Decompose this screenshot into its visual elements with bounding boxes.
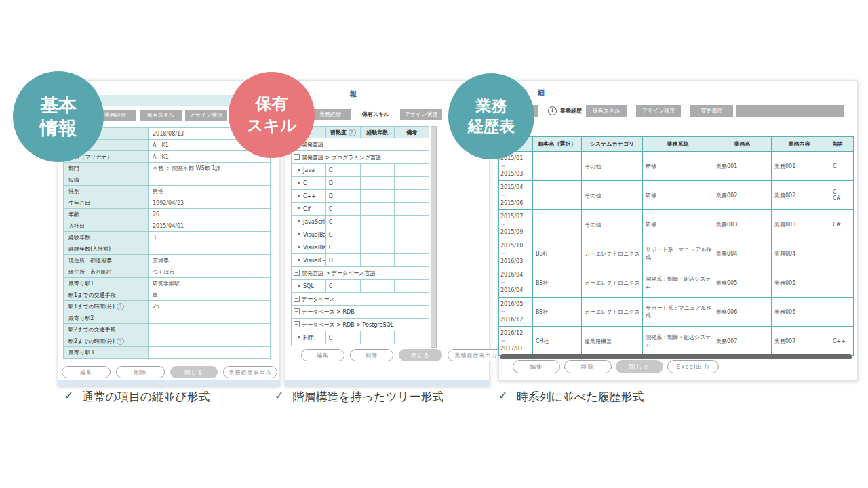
language-cell: C (827, 152, 848, 181)
help-icon[interactable]: ? (117, 338, 124, 345)
button-label: 削除 (134, 369, 146, 376)
career-sheet-export-button[interactable]: 業務経歴表出力 (223, 366, 277, 378)
basic-info-table: 2018/08/13 A K1 氏名（フリガナ） A K1 部門 本務 ： 開発… (63, 127, 271, 359)
skill-name: VisualC++ (303, 258, 326, 264)
form-label-cell: 部門 (64, 163, 149, 174)
button-label: 編集 (80, 369, 92, 376)
customer-cell (533, 152, 582, 181)
history-row: 2015/01～2015/03 その他 研修 業務001 業務001 C (499, 152, 854, 181)
form-value-cell: 1992/04/23 (149, 197, 271, 209)
collapse-icon[interactable] (294, 321, 300, 327)
form-row: 入社日 2015/04/01 (64, 220, 271, 232)
button-label: 閉じる (411, 352, 429, 359)
collapse-icon[interactable] (294, 296, 300, 302)
skill-tree-viewport: 習熟度?経験年数備考 開発言語 開発言語 > プログラミング言語 Java C … (291, 126, 430, 346)
bullet-icon (298, 285, 300, 287)
tab[interactable]: 保有スキル (355, 109, 397, 120)
work-name-cell: 業務001 (713, 152, 772, 181)
skill-level-cell: D (326, 190, 360, 203)
tab[interactable]: 保有スキル (586, 105, 627, 117)
vertical-scrollbar[interactable] (431, 126, 437, 348)
tree-group-row[interactable]: データベース (292, 293, 429, 306)
column-header: 業務名 (713, 137, 772, 152)
tree-group-row[interactable]: 開発言語 > データベース言語 (292, 267, 429, 280)
work-name-cell: 業務003 (713, 210, 772, 239)
delete-button[interactable]: 削除 (350, 349, 393, 361)
skill-note-cell (395, 177, 429, 190)
form-label-cell: 最寄り駅3 (64, 347, 149, 359)
column-header: 経験年数 (360, 127, 395, 138)
form-row: 経験年数 3 (64, 232, 271, 243)
horizontal-scrollbar[interactable] (500, 354, 852, 359)
column-header: 業務内容 (772, 137, 827, 152)
career-sheet-export-button[interactable]: 業務経歴表出力 (448, 349, 505, 361)
form-label-cell: 最寄り駅2 (64, 312, 149, 324)
tab[interactable]: 業務経歴 (309, 109, 351, 120)
work-history-panel: 細 i業務経歴保有スキルアサイン状況変更履歴 間顧客名（選択）システムカテゴリ業… (498, 80, 858, 381)
tab-label: 業務経歴 (560, 105, 582, 117)
skill-years-cell (360, 254, 395, 267)
collapse-icon[interactable] (294, 270, 300, 276)
column-header: 習熟度? (326, 127, 360, 138)
tab[interactable]: i業務経歴 (548, 105, 582, 117)
help-icon[interactable]: ? (117, 303, 124, 310)
tab[interactable]: アサイン状況 (185, 110, 227, 121)
work-type-cell: 開発系：制御・組込システム (643, 327, 713, 356)
customer-cell (533, 181, 582, 210)
period-cell: 2015/10～2016/03 (499, 239, 533, 268)
form-label-cell: 経験年数(入社前) (64, 243, 149, 255)
form-row: 最寄り駅1 研究学園駅 (64, 278, 271, 289)
tab[interactable]: 変更履歴 (690, 105, 733, 117)
delete-button[interactable]: 削除 (564, 360, 612, 373)
skill-years-cell (360, 228, 395, 241)
form-label-cell: 現住所 都道府県 (64, 255, 149, 266)
button-label: Excel出力 (677, 363, 710, 371)
work-detail-cell: 業務004 (772, 239, 827, 268)
tab[interactable]: 保有スキル (140, 110, 182, 121)
tree-group-row[interactable]: データベース > RDB > PostgreSQL (292, 319, 429, 331)
tree-group-row[interactable]: フレームワーク (292, 344, 429, 347)
tree-group-row[interactable]: 開発言語 (292, 138, 429, 151)
skill-note-cell (395, 164, 429, 177)
skill-years-cell (360, 241, 395, 254)
tab-label: 業務経歴 (104, 110, 126, 121)
edit-button[interactable]: 編集 (62, 366, 111, 378)
edit-button[interactable]: 編集 (301, 349, 344, 361)
customer-cell: BS社 (533, 298, 582, 327)
tab[interactable]: アサイン状況 (400, 109, 442, 120)
skill-name: SQL (303, 283, 314, 289)
help-icon[interactable]: ? (349, 129, 356, 136)
excel-export-button[interactable]: Excel出力 (667, 360, 719, 373)
info-icon[interactable]: i (548, 106, 557, 115)
skill-note-cell (395, 254, 429, 267)
collapse-icon[interactable] (294, 154, 300, 160)
tree-group-row[interactable]: データベース > RDB (292, 306, 429, 319)
work-type-cell: 研修 (643, 152, 713, 181)
close-button: 閉じる (399, 349, 442, 361)
skill-level-cell: C (326, 228, 360, 241)
column-header: 業務系統 (643, 137, 713, 152)
work-detail-cell: 業務001 (772, 152, 827, 181)
check-icon: ✓ (498, 389, 507, 403)
tab-label: 変更履歴 (701, 105, 723, 117)
button-row: 編集削除閉じるExcel出力 (513, 360, 719, 373)
tree-group-label: 開発言語 (302, 142, 323, 148)
edit-button[interactable]: 編集 (513, 360, 560, 373)
skill-level-cell: C (326, 203, 360, 216)
form-value-cell: 2015/04/01 (149, 220, 271, 232)
collapse-icon[interactable] (294, 308, 300, 314)
work-type-cell: サポート系：マニュアル作成 (643, 239, 713, 268)
window-bottom-strip (285, 380, 489, 386)
tab-bar: 業務経歴保有スキルアサイン状況 (94, 110, 227, 121)
clipped-cell (848, 268, 854, 298)
tab-label: 保有スキル (147, 110, 175, 121)
form-value-cell: 研究学園駅 (149, 278, 271, 289)
form-row: 役職 (64, 174, 271, 186)
system-category-cell: 産業用機器 (582, 327, 643, 356)
form-row: 駅2までの交通手段 (64, 324, 271, 336)
tab[interactable]: アサイン状況 (636, 105, 681, 117)
tree-group-row[interactable]: 開発言語 > プログラミング言語 (292, 151, 429, 164)
delete-button[interactable]: 削除 (116, 366, 165, 378)
skill-years-cell (360, 190, 395, 203)
period-cell: 2016/05～2016/12 (499, 298, 533, 327)
